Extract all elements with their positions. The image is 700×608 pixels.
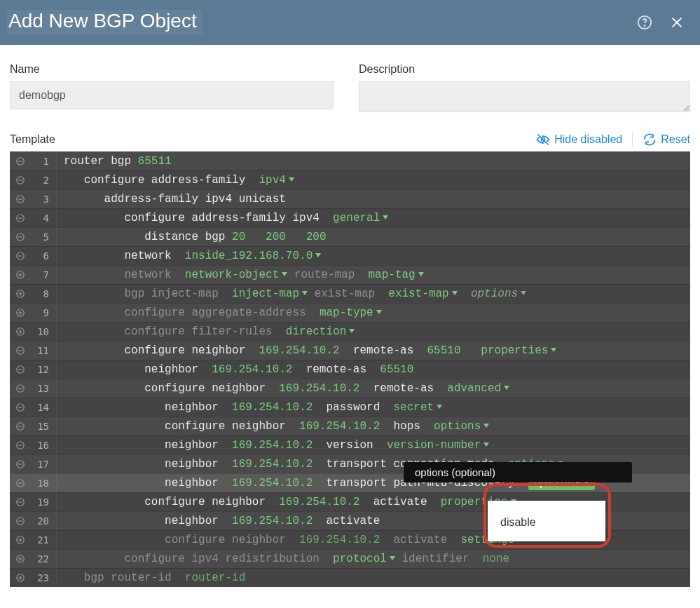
collapse-icon[interactable] (10, 384, 31, 393)
collapse-icon[interactable] (10, 497, 31, 507)
dropdown-token[interactable]: ipv4 (259, 174, 294, 187)
code-token: configure neighbor (124, 344, 259, 357)
dropdown-token[interactable]: options (434, 420, 489, 433)
dropdown-token[interactable]: inject-map (232, 288, 308, 300)
hide-disabled-button[interactable]: Hide disabled (536, 133, 622, 147)
expand-icon[interactable] (10, 573, 31, 583)
expand-icon[interactable] (10, 270, 31, 280)
expand-icon[interactable] (10, 535, 31, 545)
code-token: configure neighbor (144, 496, 279, 508)
dropdown-item-disable[interactable]: disable (488, 511, 605, 534)
dropdown-token[interactable]: options (471, 288, 526, 300)
dropdown-token[interactable]: map-type (320, 306, 382, 319)
collapse-icon[interactable] (10, 156, 31, 166)
dropdown-token[interactable]: properties (481, 344, 556, 357)
dropdown-token[interactable]: network-object (185, 269, 287, 281)
code-token: version (313, 439, 387, 452)
code-token: configure address-family ipv4 (124, 212, 333, 224)
expand-icon[interactable] (10, 554, 31, 564)
name-input[interactable] (10, 81, 334, 109)
code-token: configure aggregate-address (124, 306, 319, 319)
code-token (461, 344, 481, 357)
code-token: neighbor (165, 458, 232, 471)
collapse-icon[interactable] (10, 365, 31, 374)
collapse-icon[interactable] (10, 478, 31, 488)
options-tooltip: options (optional) (404, 462, 632, 482)
dropdown-token[interactable]: inside_192.168.70.0 (185, 250, 321, 262)
code-content: address-family ipv4 unicast (57, 190, 690, 208)
collapse-icon[interactable] (10, 421, 31, 431)
code-token: router bgp (64, 155, 138, 168)
code-token: 169.254.10.2 (232, 477, 313, 489)
template-label: Template (10, 133, 55, 146)
collapse-icon[interactable] (10, 232, 31, 242)
collapse-icon[interactable] (10, 403, 31, 412)
collapse-icon[interactable] (10, 194, 31, 204)
code-token: 65510 (427, 344, 461, 357)
code-row: 12 neighbor 169.254.10.2 remote-as 65510 (10, 360, 690, 379)
line-number: 16 (31, 440, 56, 451)
code-token: router-id (185, 572, 245, 584)
dropdown-token[interactable]: direction (286, 325, 355, 338)
code-content: neighbor 169.254.10.2 password secret (57, 398, 690, 417)
code-row: 5 distance bgp 20 200 200 (10, 227, 690, 246)
code-token: bgp router-id (84, 572, 185, 584)
line-number: 17 (31, 459, 56, 470)
line-number: 22 (31, 553, 56, 565)
dropdown-token[interactable]: protocol (333, 553, 395, 565)
dropdown-token[interactable]: exist-map (388, 288, 457, 300)
code-row: 16 neighbor 169.254.10.2 version version… (10, 435, 690, 454)
line-number: 3 (31, 194, 56, 205)
code-token: 169.254.10.2 (232, 401, 313, 414)
code-token: identifier (395, 553, 483, 565)
code-token: 169.254.10.2 (259, 344, 339, 357)
code-token: configure neighbor (144, 382, 279, 395)
collapse-icon[interactable] (10, 516, 31, 526)
code-token: network (124, 269, 184, 281)
collapse-icon[interactable] (10, 346, 31, 356)
collapse-icon[interactable] (10, 459, 31, 469)
expand-icon[interactable] (10, 289, 31, 299)
options-dropdown[interactable]: disable (488, 501, 605, 541)
collapse-icon[interactable] (10, 213, 31, 223)
expand-icon[interactable] (10, 308, 31, 318)
collapse-icon[interactable] (10, 440, 31, 450)
line-number: 6 (31, 250, 56, 262)
line-number: 5 (31, 231, 56, 243)
close-icon[interactable] (669, 15, 685, 30)
name-label: Name (10, 63, 334, 76)
modal-title: Add New BGP Object (7, 10, 203, 35)
reset-label: Reset (661, 133, 690, 146)
code-token (286, 231, 306, 243)
code-token: configure ipv4 redistribution (124, 553, 333, 565)
dropdown-token[interactable]: advanced (447, 382, 509, 395)
code-row: 1router bgp 65511 (10, 151, 690, 170)
code-content: configure aggregate-address map-type (57, 304, 690, 322)
code-token: 169.254.10.2 (232, 515, 313, 527)
code-token: activate (380, 534, 460, 546)
help-icon[interactable] (637, 15, 652, 30)
collapse-icon[interactable] (10, 175, 31, 185)
line-number: 12 (31, 364, 56, 375)
code-token (458, 288, 471, 300)
code-row: 13 configure neighbor 169.254.10.2 remot… (10, 379, 690, 398)
code-token: neighbor (165, 401, 232, 414)
collapse-icon[interactable] (10, 251, 31, 261)
dropdown-token[interactable]: version-number (387, 439, 489, 452)
code-token (245, 231, 266, 243)
line-number: 2 (31, 175, 56, 186)
code-token: password (313, 401, 393, 414)
code-token: neighbor (144, 363, 212, 376)
dropdown-token[interactable]: secret (393, 401, 442, 414)
dropdown-token[interactable]: map-tag (368, 269, 423, 281)
line-number: 8 (31, 288, 56, 299)
reset-button[interactable]: Reset (643, 133, 690, 147)
description-input[interactable] (359, 81, 690, 112)
dropdown-token[interactable]: general (333, 212, 388, 224)
code-token: 169.254.10.2 (212, 363, 292, 376)
expand-icon[interactable] (10, 327, 31, 337)
modal-header: Add New BGP Object (0, 0, 700, 45)
code-token: network (124, 250, 184, 262)
line-number: 4 (31, 212, 56, 224)
code-token: 169.254.10.2 (232, 458, 313, 471)
